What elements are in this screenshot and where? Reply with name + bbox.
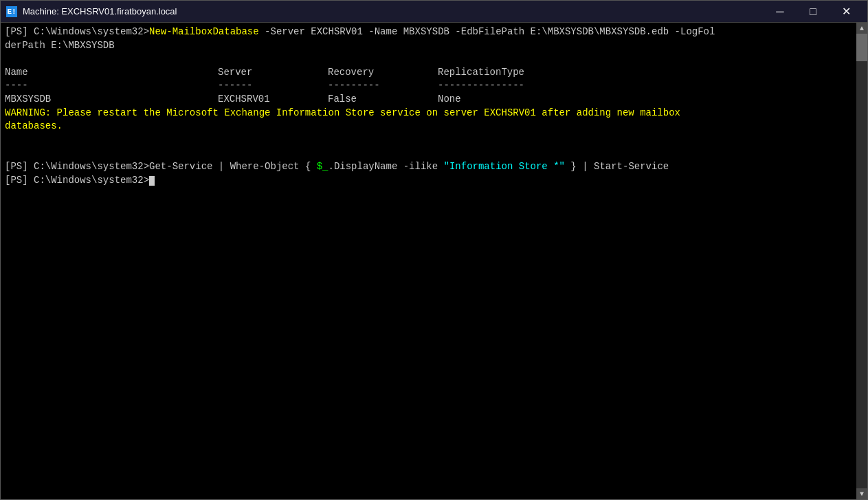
scrollbar-thumb[interactable] bbox=[856, 34, 867, 61]
terminal-data-row: MBXSYSDBEXCHSRV01FalseNone bbox=[5, 93, 852, 107]
scrollbar-down-button[interactable]: ▼ bbox=[856, 488, 867, 499]
window-title: Machine: EXCHSRV01.firatboyan.local bbox=[23, 6, 764, 17]
minimize-button[interactable]: ─ bbox=[764, 1, 796, 23]
scrollbar-up-button[interactable]: ▲ bbox=[856, 23, 867, 34]
maximize-button[interactable]: □ bbox=[797, 1, 829, 23]
scrollbar-track[interactable] bbox=[856, 34, 867, 488]
powershell-window: E! Machine: EXCHSRV01.firatboyan.local ─… bbox=[0, 0, 868, 500]
empty-line bbox=[5, 146, 852, 160]
app-icon: E! bbox=[6, 6, 17, 17]
terminal-warning-2: databases. bbox=[5, 120, 852, 133]
terminal-command-2: [PS] C:\Windows\system32>Get-Service | W… bbox=[5, 160, 852, 174]
title-bar: E! Machine: EXCHSRV01.firatboyan.local ─… bbox=[1, 1, 867, 23]
terminal-col-sep: ---------------------------------- bbox=[5, 79, 852, 93]
scrollbar[interactable]: ▲ ▼ bbox=[856, 23, 867, 499]
window-controls: ─ □ ✕ bbox=[764, 1, 862, 23]
terminal-line: [PS] C:\Windows\system32>New-MailboxData… bbox=[5, 25, 852, 39]
cursor bbox=[149, 176, 155, 186]
terminal-line: derPath E:\MBXSYSDB bbox=[5, 39, 852, 53]
terminal-container: [PS] C:\Windows\system32>New-MailboxData… bbox=[1, 23, 867, 499]
terminal-prompt: [PS] C:\Windows\system32> bbox=[5, 174, 852, 188]
terminal-output[interactable]: [PS] C:\Windows\system32>New-MailboxData… bbox=[1, 23, 856, 499]
empty-line bbox=[5, 133, 852, 147]
terminal-warning-1: WARNING: Please restart the Microsoft Ex… bbox=[5, 107, 852, 120]
terminal-col-headers: NameServerRecoveryReplicationType bbox=[5, 66, 852, 80]
close-button[interactable]: ✕ bbox=[830, 1, 862, 23]
empty-line bbox=[5, 52, 852, 66]
